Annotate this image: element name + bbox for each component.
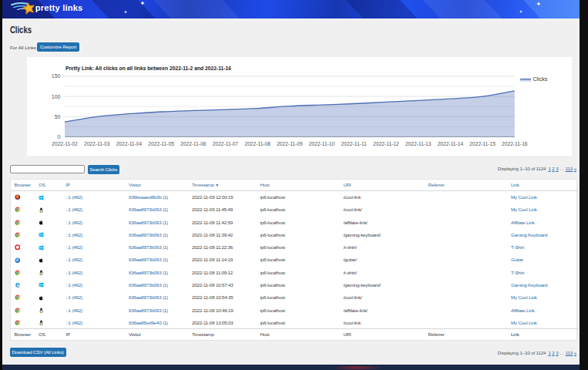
svg-text:2022-11-10: 2022-11-10 — [309, 141, 335, 146]
svg-text:2022-11-15: 2022-11-15 — [469, 141, 496, 146]
svg-text:2022-11-13: 2022-11-13 — [405, 141, 432, 146]
svg-text:2022-11-05: 2022-11-05 — [148, 141, 174, 146]
svg-text:2022-11-06: 2022-11-06 — [180, 141, 207, 146]
svg-text:50: 50 — [55, 114, 61, 119]
svg-text:2022-11-16: 2022-11-16 — [502, 141, 528, 146]
svg-text:2022-11-08: 2022-11-08 — [244, 141, 270, 146]
svg-text:0: 0 — [58, 134, 61, 140]
svg-text:Pretty Link: All clicks on all: Pretty Link: All clicks on all links bet… — [66, 65, 231, 72]
svg-text:2022-11-03: 2022-11-03 — [84, 141, 110, 146]
svg-text:100: 100 — [52, 94, 61, 99]
svg-text:2022-11-12: 2022-11-12 — [373, 141, 399, 146]
svg-text:2022-11-09: 2022-11-09 — [277, 141, 303, 146]
svg-text:2022-11-14: 2022-11-14 — [438, 141, 464, 146]
svg-text:2022-11-04: 2022-11-04 — [116, 141, 143, 146]
svg-text:2022-11-02: 2022-11-02 — [52, 141, 78, 146]
svg-text:2022-11-11: 2022-11-11 — [341, 141, 368, 146]
svg-text:2022-11-07: 2022-11-07 — [213, 141, 239, 146]
svg-text:Clicks: Clicks — [533, 76, 548, 82]
svg-text:150: 150 — [52, 73, 61, 79]
